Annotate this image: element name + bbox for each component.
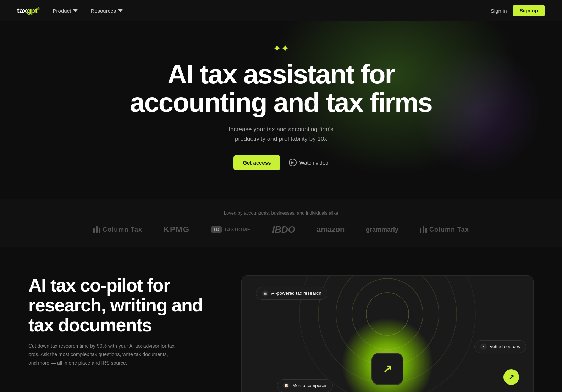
feature-visual: ↗ 🤖 AI-powered tax research ✔ Vetted sou… (241, 275, 534, 392)
feature-title: AI tax co-pilot forresearch, writing and… (28, 275, 213, 335)
logo[interactable]: taxgpt® (17, 7, 40, 15)
column-tax-bars-icon (93, 226, 100, 233)
sign-up-button[interactable]: Sign up (513, 5, 545, 16)
hero-subtitle: Increase your tax and accounting firm'sp… (228, 125, 333, 144)
nav-product-label: Product (53, 8, 71, 14)
navbar: taxgpt® Product Resources Sign in Sign u… (0, 0, 562, 21)
nav-product[interactable]: Product (53, 8, 78, 14)
sign-in-link[interactable]: Sign in (491, 8, 507, 14)
logos-band: Loved by accountants, businesses, and in… (0, 199, 562, 247)
get-access-button[interactable]: Get access (233, 155, 280, 170)
feature-section: AI tax co-pilot forresearch, writing and… (0, 247, 562, 392)
svg-point-2 (336, 275, 439, 365)
feature-desc: Cut down tax research time by 90% with y… (28, 342, 177, 367)
badge-memo-composer: 📝 Memo composer (277, 379, 333, 392)
logo-column-tax-2: Column Tax (420, 226, 469, 233)
watch-video-link[interactable]: ▶ Watch video (289, 159, 329, 166)
logo-grammarly: grammarly (366, 226, 398, 233)
badge-ai-label: AI-powered tax research (271, 291, 321, 296)
badge-vetted-sources: ✔ Vetted sources (474, 340, 526, 353)
hero-title: AI tax assistant for accounting and tax … (130, 60, 432, 117)
memo-icon: 📝 (283, 382, 290, 389)
nav-right: Sign in Sign up (491, 5, 545, 16)
center-logo-icon: ↗ (371, 353, 403, 385)
feature-text: AI tax co-pilot forresearch, writing and… (28, 275, 213, 368)
logo-taxdome: TD TAXDOME (211, 226, 251, 233)
logos-label: Loved by accountants, businesses, and in… (0, 210, 562, 216)
visual-card: ↗ 🤖 AI-powered tax research ✔ Vetted sou… (241, 275, 534, 392)
nav-resources[interactable]: Resources (90, 8, 123, 14)
svg-point-1 (352, 278, 423, 349)
ai-icon: 🤖 (262, 290, 268, 297)
chevron-down-icon (73, 8, 78, 13)
logo-column-tax-1: Column Tax (93, 226, 142, 233)
chevron-down-icon (118, 8, 123, 13)
watch-video-label: Watch video (299, 160, 329, 166)
play-icon: ▶ (289, 159, 297, 166)
sparkle-icon: ✦✦ (273, 43, 289, 54)
logo-ibdo: IBDO (272, 224, 295, 235)
badge-vetted-label: Vetted sources (490, 344, 520, 349)
nav-left: taxgpt® Product Resources (17, 7, 123, 15)
vetted-icon: ✔ (480, 343, 487, 350)
logo-amazon: amazon (316, 225, 345, 234)
badge-ai-research: 🤖 AI-powered tax research (256, 287, 327, 300)
hero-actions: Get access ▶ Watch video (233, 155, 328, 170)
logo-kpmg: KPMG (164, 225, 190, 234)
column-tax-bars-icon-2 (420, 226, 427, 233)
arrow-button[interactable]: ↗ (503, 369, 519, 385)
badge-memo-label: Memo composer (292, 383, 327, 388)
svg-point-0 (366, 293, 409, 335)
hero-section: ✦✦ AI tax assistant for accounting and t… (0, 21, 562, 199)
nav-resources-label: Resources (90, 8, 116, 14)
logos-row: Column Tax KPMG TD TAXDOME IBDO amazon g… (0, 224, 562, 235)
